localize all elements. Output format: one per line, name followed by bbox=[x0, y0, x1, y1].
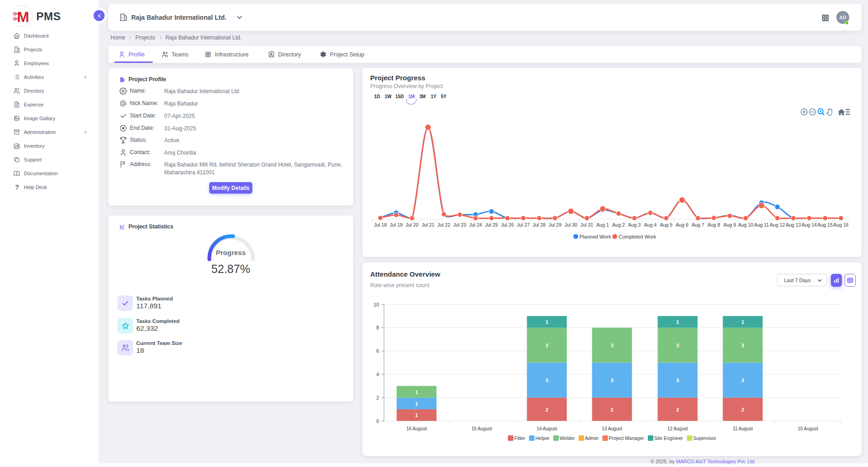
svg-text:13 August: 13 August bbox=[602, 426, 623, 431]
svg-text:Jul 23: Jul 23 bbox=[453, 222, 466, 228]
svg-text:8: 8 bbox=[376, 325, 379, 330]
svg-text:Planned Work: Planned Work bbox=[579, 234, 611, 239]
svg-text:Aug 9: Aug 9 bbox=[723, 222, 736, 228]
svg-text:3: 3 bbox=[741, 378, 744, 383]
svg-text:2: 2 bbox=[741, 407, 744, 412]
svg-text:Aug 1: Aug 1 bbox=[596, 222, 609, 228]
svg-text:Completed Work: Completed Work bbox=[619, 234, 657, 239]
svg-text:6: 6 bbox=[376, 348, 379, 354]
svg-text:Jul 31: Jul 31 bbox=[580, 222, 593, 228]
svg-text:1: 1 bbox=[415, 389, 418, 395]
svg-text:Aug 12: Aug 12 bbox=[770, 222, 785, 228]
svg-text:Jul 24: Jul 24 bbox=[469, 222, 482, 228]
svg-text:Jul 19: Jul 19 bbox=[390, 222, 403, 228]
svg-text:10 August: 10 August bbox=[798, 426, 818, 431]
svg-text:1: 1 bbox=[676, 319, 679, 325]
svg-text:3: 3 bbox=[676, 343, 679, 348]
svg-text:2: 2 bbox=[376, 395, 379, 400]
svg-text:2: 2 bbox=[611, 407, 613, 412]
svg-text:Jul 22: Jul 22 bbox=[437, 222, 450, 228]
svg-text:Aug 11: Aug 11 bbox=[754, 222, 769, 228]
svg-text:3: 3 bbox=[676, 378, 679, 383]
svg-text:3: 3 bbox=[545, 343, 548, 348]
svg-text:2: 2 bbox=[676, 407, 679, 412]
svg-text:4: 4 bbox=[376, 372, 379, 377]
svg-text:0: 0 bbox=[376, 418, 379, 424]
svg-text:1: 1 bbox=[415, 412, 418, 418]
svg-text:3: 3 bbox=[611, 378, 613, 383]
svg-text:Aug 3: Aug 3 bbox=[628, 222, 641, 228]
svg-text:Jul 30: Jul 30 bbox=[564, 222, 577, 228]
svg-text:Jul 25: Jul 25 bbox=[485, 222, 498, 228]
svg-text:Aug 16: Aug 16 bbox=[833, 222, 848, 228]
svg-text:Jul 29: Jul 29 bbox=[549, 222, 562, 228]
svg-text:2: 2 bbox=[545, 407, 548, 412]
svg-text:Jul 26: Jul 26 bbox=[501, 222, 514, 228]
svg-text:Jul 21: Jul 21 bbox=[422, 222, 434, 228]
svg-text:M: M bbox=[17, 9, 29, 25]
svg-text:11 August: 11 August bbox=[733, 426, 753, 431]
svg-text:3: 3 bbox=[741, 343, 744, 348]
svg-text:Aug 5: Aug 5 bbox=[660, 222, 673, 228]
svg-text:Jul 27: Jul 27 bbox=[517, 222, 530, 228]
svg-text:10: 10 bbox=[373, 302, 379, 307]
svg-text:Aug 15: Aug 15 bbox=[818, 222, 833, 228]
svg-text:1: 1 bbox=[415, 401, 418, 406]
svg-text:Aug 2: Aug 2 bbox=[612, 222, 625, 228]
svg-text:Jul 18: Jul 18 bbox=[374, 222, 387, 228]
svg-text:3: 3 bbox=[545, 378, 548, 383]
svg-text:Jul 28: Jul 28 bbox=[533, 222, 545, 228]
svg-text:1: 1 bbox=[741, 319, 744, 325]
svg-text:1: 1 bbox=[545, 319, 548, 325]
svg-text:Aug 7: Aug 7 bbox=[692, 222, 705, 228]
svg-text:16 August: 16 August bbox=[406, 426, 427, 431]
svg-text:14 August: 14 August bbox=[537, 426, 557, 431]
svg-text:3: 3 bbox=[611, 343, 613, 348]
svg-text:Aug 8: Aug 8 bbox=[707, 222, 720, 228]
svg-text:Aug 10: Aug 10 bbox=[738, 222, 753, 228]
svg-text:12 August: 12 August bbox=[668, 426, 688, 431]
svg-text:Aug 4: Aug 4 bbox=[644, 222, 657, 228]
svg-text:Aug 13: Aug 13 bbox=[785, 222, 801, 228]
svg-text:Jul 20: Jul 20 bbox=[406, 222, 418, 228]
svg-text:Aug 14: Aug 14 bbox=[801, 222, 817, 228]
svg-text:15 August: 15 August bbox=[472, 426, 492, 431]
svg-text:Aug 6: Aug 6 bbox=[676, 222, 689, 228]
